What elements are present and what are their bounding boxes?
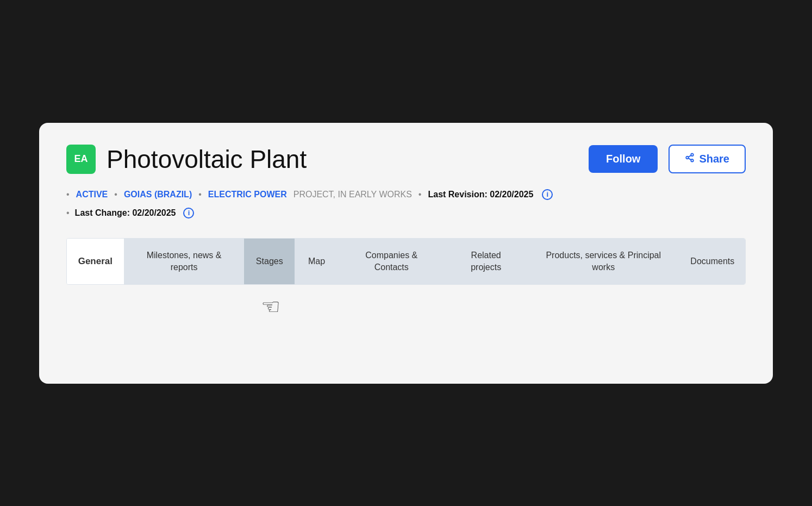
tabs-wrapper: General Milestones, news & reports Stage… — [66, 238, 746, 285]
project-card: EA Photovoltaic Plant Follow Share • ACT… — [39, 123, 773, 384]
last-revision-info-icon[interactable]: i — [542, 189, 553, 200]
last-revision: Last Revision: 02/20/2025 — [428, 190, 533, 199]
category-link[interactable]: ELECTRIC POWER — [208, 190, 287, 199]
dot-5: • — [66, 208, 70, 218]
tab-companies-contacts[interactable]: Companies & Contacts — [339, 239, 445, 285]
dot-3: • — [198, 190, 202, 199]
share-label: Share — [699, 153, 729, 165]
last-change-info-icon[interactable]: i — [183, 208, 194, 218]
meta-row-1: • ACTIVE • GOIAS (BRAZIL) • ELECTRIC POW… — [66, 189, 746, 200]
tab-map[interactable]: Map — [295, 239, 339, 285]
avatar: EA — [66, 145, 96, 174]
tab-general[interactable]: General — [67, 239, 124, 285]
status-link[interactable]: ACTIVE — [76, 190, 108, 199]
share-button[interactable]: Share — [669, 145, 746, 173]
tab-products-services[interactable]: Products, services & Principal works — [528, 239, 680, 285]
category-suffix: PROJECT, IN EARLY WORKS — [293, 190, 412, 199]
project-title: Photovoltaic Plant — [107, 145, 578, 174]
share-icon — [685, 153, 695, 165]
meta-row-2: • Last Change: 02/20/2025 i — [66, 208, 746, 218]
tab-related-projects[interactable]: Related projects — [445, 239, 527, 285]
dot-4: • — [419, 190, 422, 199]
svg-line-3 — [689, 158, 691, 160]
cursor-pointer: ☞ — [261, 296, 280, 317]
tab-documents[interactable]: Documents — [680, 239, 745, 285]
dot-1: • — [66, 190, 70, 199]
tabs-container: General Milestones, news & reports Stage… — [66, 238, 746, 285]
tab-stages[interactable]: Stages — [244, 239, 295, 285]
tab-milestones[interactable]: Milestones, news & reports — [124, 239, 245, 285]
dot-2: • — [114, 190, 117, 199]
location-link[interactable]: GOIAS (BRAZIL) — [124, 190, 192, 199]
follow-button[interactable]: Follow — [589, 145, 658, 173]
header-row: EA Photovoltaic Plant Follow Share — [66, 145, 746, 174]
svg-line-4 — [689, 155, 691, 157]
last-change: Last Change: 02/20/2025 — [75, 208, 176, 218]
